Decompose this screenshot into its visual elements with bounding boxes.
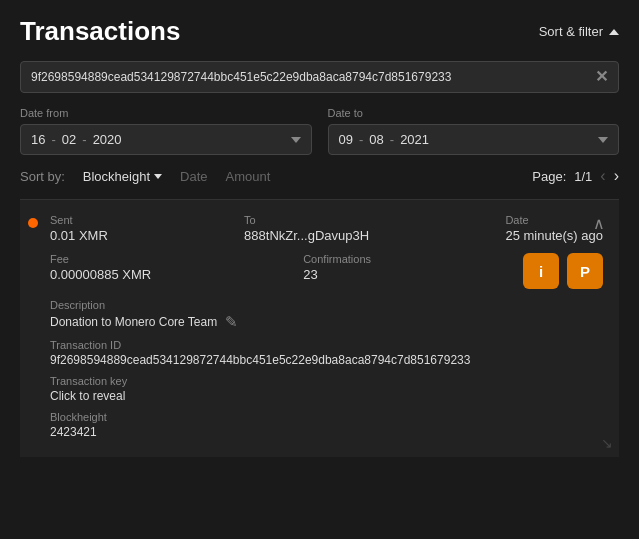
date-from-sep2: -: [82, 132, 86, 147]
tx-top-row: Sent 0.01 XMR To 888tNkZr...gDavup3H Dat…: [50, 214, 603, 243]
header-row: Transactions Sort & filter: [20, 16, 619, 47]
action-buttons: i P: [523, 253, 603, 289]
collapse-button[interactable]: ∧: [593, 214, 605, 233]
sort-blockheight-label: Blockheight: [83, 169, 150, 184]
transaction-card: Sent 0.01 XMR To 888tNkZr...gDavup3H Dat…: [20, 200, 619, 457]
page-info: Page: 1/1 ‹ ›: [532, 167, 619, 185]
date-label: Date: [505, 214, 603, 226]
to-label: To: [244, 214, 369, 226]
info-button[interactable]: i: [523, 253, 559, 289]
date-to-chevron-icon: [598, 137, 608, 143]
sent-value: 0.01 XMR: [50, 228, 108, 243]
date-from-picker[interactable]: 16 - 02 - 2020: [20, 124, 312, 155]
tx-key-row: Transaction key Click to reveal: [50, 375, 603, 403]
date-value: 25 minute(s) ago: [505, 228, 603, 243]
chevron-up-icon: [609, 29, 619, 35]
close-icon[interactable]: ✕: [595, 69, 608, 85]
resize-corner-icon: ↘: [601, 435, 613, 451]
page-label: Page:: [532, 169, 566, 184]
next-page-button[interactable]: ›: [614, 167, 619, 185]
date-from-day: 16: [31, 132, 45, 147]
date-to-picker[interactable]: 09 - 08 - 2021: [328, 124, 620, 155]
date-filters-row: Date from 16 - 02 - 2020 Date to 09 - 08…: [20, 107, 619, 155]
fee-label: Fee: [50, 253, 151, 265]
confirmations-col: Confirmations 23: [303, 253, 371, 282]
date-from-sep1: -: [51, 132, 55, 147]
date-to-month: 08: [369, 132, 383, 147]
search-tx-id: 9f2698594889cead534129872744bbc451e5c22e…: [31, 70, 587, 84]
sort-amount[interactable]: Amount: [225, 169, 270, 184]
confirmations-label: Confirmations: [303, 253, 371, 265]
edit-description-icon[interactable]: ✎: [225, 313, 238, 331]
sent-indicator-dot: [28, 218, 38, 228]
sent-label: Sent: [50, 214, 108, 226]
prev-page-button[interactable]: ‹: [600, 167, 605, 185]
proof-button[interactable]: P: [567, 253, 603, 289]
to-address: 888tNkZr...gDavup3H: [244, 228, 369, 243]
tx-key-reveal[interactable]: Click to reveal: [50, 389, 603, 403]
tx-mid-row: Fee 0.00000885 XMR Confirmations 23 i P: [50, 253, 603, 289]
tx-key-label: Transaction key: [50, 375, 603, 387]
date-to-sep1: -: [359, 132, 363, 147]
txid-row: Transaction ID 9f2698594889cead534129872…: [50, 339, 603, 367]
desc-with-edit: Donation to Monero Core Team ✎: [50, 313, 603, 331]
blockheight-value: 2423421: [50, 425, 603, 439]
date-to-label: Date to: [328, 107, 620, 119]
fee-col: Fee 0.00000885 XMR: [50, 253, 151, 282]
date-from-month: 02: [62, 132, 76, 147]
date-to-group: Date to 09 - 08 - 2021: [328, 107, 620, 155]
sent-col: Sent 0.01 XMR: [50, 214, 108, 243]
sort-blockheight[interactable]: Blockheight: [83, 169, 162, 184]
sort-date[interactable]: Date: [180, 169, 207, 184]
date-col: Date 25 minute(s) ago: [505, 214, 603, 243]
desc-label: Description: [50, 299, 603, 311]
txid-label: Transaction ID: [50, 339, 603, 351]
desc-value: Donation to Monero Core Team: [50, 315, 217, 329]
date-from-chevron-icon: [291, 137, 301, 143]
to-col: To 888tNkZr...gDavup3H: [244, 214, 369, 243]
fee-value: 0.00000885 XMR: [50, 267, 151, 282]
date-from-year: 2020: [93, 132, 122, 147]
blockheight-label: Blockheight: [50, 411, 603, 423]
date-from-label: Date from: [20, 107, 312, 119]
sort-row: Sort by: Blockheight Date Amount Page: 1…: [20, 167, 619, 185]
sort-filter-button[interactable]: Sort & filter: [539, 24, 619, 39]
date-to-day: 09: [339, 132, 353, 147]
page-title: Transactions: [20, 16, 180, 47]
sort-filter-label: Sort & filter: [539, 24, 603, 39]
txid-value: 9f2698594889cead534129872744bbc451e5c22e…: [50, 353, 603, 367]
page-value: 1/1: [574, 169, 592, 184]
date-from-group: Date from 16 - 02 - 2020: [20, 107, 312, 155]
confirmations-value: 23: [303, 267, 371, 282]
date-to-sep2: -: [390, 132, 394, 147]
description-row: Description Donation to Monero Core Team…: [50, 299, 603, 331]
date-to-year: 2021: [400, 132, 429, 147]
blockheight-chevron-icon: [154, 174, 162, 179]
search-bar: 9f2698594889cead534129872744bbc451e5c22e…: [20, 61, 619, 93]
blockheight-row: Blockheight 2423421: [50, 411, 603, 439]
sort-by-label: Sort by:: [20, 169, 65, 184]
